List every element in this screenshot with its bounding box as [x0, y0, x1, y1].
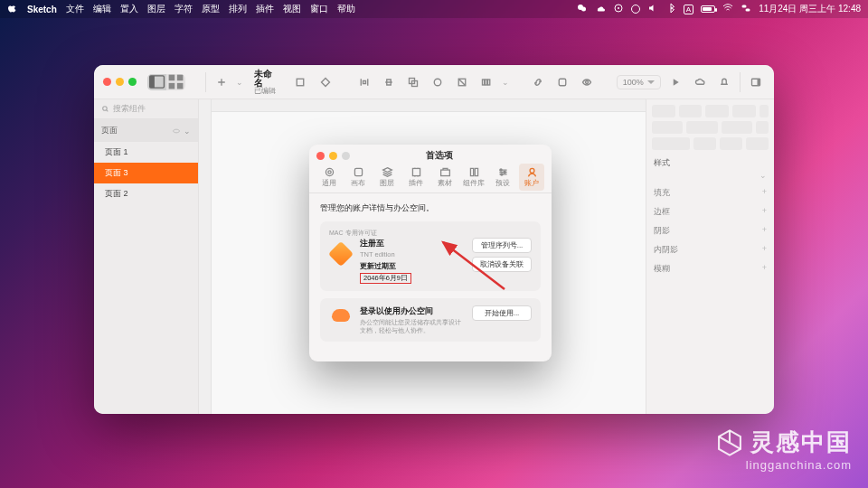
zoom-dropdown[interactable]: 100%	[617, 75, 661, 89]
coord-row[interactable]	[652, 121, 769, 134]
tb-distribute-icon[interactable]	[354, 72, 373, 92]
sidebar-group-head[interactable]: 页面 ⌄	[94, 119, 198, 142]
insp-blur[interactable]: 模糊+	[652, 259, 769, 278]
inspector-toggle-icon[interactable]	[746, 72, 765, 92]
insp-border[interactable]: 边框+	[652, 202, 769, 221]
prefs-heading: 管理您的账户详情与办公空间。	[320, 202, 541, 214]
search-icon	[101, 105, 109, 113]
status-battery-icon[interactable]	[701, 5, 715, 13]
transform-row[interactable]	[652, 137, 769, 150]
ruler-horizontal	[199, 99, 646, 112]
tb-notifications-icon[interactable]	[715, 72, 734, 92]
prefs-tab-plugins[interactable]: 插件	[403, 164, 429, 191]
sidebar-page-1[interactable]: 页面 1	[94, 142, 198, 163]
align-row[interactable]	[652, 105, 769, 117]
tb-preview-icon[interactable]	[578, 72, 597, 92]
renew-date: 2046年6月9日	[360, 273, 411, 284]
menu-layer[interactable]: 图层	[147, 3, 165, 15]
tb-mask-icon[interactable]	[428, 72, 447, 92]
svg-rect-17	[482, 80, 484, 85]
svg-point-24	[103, 107, 108, 111]
preferences-window: 首选项 通用 画布 图层 插件 素材 组件库 预设 账户 管理您的账户详情与办公…	[309, 145, 552, 361]
add-dropdown-icon[interactable]: ⌄	[236, 78, 243, 87]
workspace-start-button[interactable]: 开始使用...	[472, 305, 532, 321]
workspace-title: 登录以使用办公空间	[360, 305, 465, 317]
prefs-tab-general[interactable]: 通用	[316, 164, 342, 191]
menu-arrange[interactable]: 排列	[229, 3, 247, 15]
svg-point-21	[586, 80, 589, 83]
status-volume-icon[interactable]	[647, 3, 658, 15]
sidebar-toggle-segment[interactable]	[147, 74, 185, 90]
add-button[interactable]	[212, 72, 231, 92]
svg-rect-5	[746, 9, 750, 12]
svg-rect-28	[412, 168, 420, 175]
prefs-tab-canvas[interactable]: 画布	[345, 164, 371, 191]
ruler-vertical	[199, 99, 212, 414]
status-control-center-icon[interactable]	[741, 3, 751, 15]
sidebar-page-3[interactable]: 页面 3	[94, 163, 198, 183]
svg-rect-8	[169, 75, 175, 81]
menubar-app-name[interactable]: Sketch	[27, 5, 57, 14]
sidebar-search[interactable]: 搜索组件	[94, 99, 198, 119]
macos-menubar: Sketch 文件 编辑 置入 图层 字符 原型 排列 插件 视图 窗口 帮助 …	[0, 0, 868, 18]
prefs-tab-account[interactable]: 账户	[519, 164, 544, 191]
unlink-device-button[interactable]: 取消设备关联	[472, 257, 532, 272]
tb-hotspot-icon[interactable]	[553, 72, 572, 92]
menu-window[interactable]: 窗口	[310, 3, 328, 15]
license-card: MAC 专用许可证 注册至 TNT edition 更新过期至 2046年6月9…	[320, 221, 541, 291]
prefs-tab-layers[interactable]: 图层	[374, 164, 400, 191]
tb-boolean-icon[interactable]	[403, 72, 422, 92]
tb-cloud-icon[interactable]	[691, 72, 710, 92]
tb-artboard-icon[interactable]	[291, 72, 310, 92]
prefs-traffic-lights[interactable]	[316, 152, 350, 160]
tb-scale-icon[interactable]	[452, 72, 471, 92]
status-cloud-icon[interactable]	[595, 3, 606, 15]
menu-edit[interactable]: 编辑	[93, 3, 111, 15]
status-wechat-icon[interactable]	[577, 3, 588, 15]
svg-point-15	[434, 79, 441, 86]
tb-align-icon[interactable]	[379, 72, 398, 92]
status-target-icon[interactable]	[613, 3, 624, 15]
manage-serial-button[interactable]: 管理序列号...	[472, 238, 532, 253]
prefs-title: 首选项	[359, 149, 519, 162]
menu-file[interactable]: 文件	[66, 3, 84, 15]
svg-rect-4	[742, 5, 747, 8]
menu-insert[interactable]: 置入	[120, 3, 138, 15]
status-input-icon[interactable]: A	[684, 5, 693, 14]
sidebar-show-icon	[147, 74, 166, 90]
svg-point-1	[581, 7, 586, 12]
menu-view[interactable]: 视图	[283, 3, 301, 15]
prefs-tabs: 通用 画布 图层 插件 素材 组件库 预设 账户	[309, 162, 552, 193]
prefs-tab-presets[interactable]: 预设	[490, 164, 515, 191]
insp-shadow[interactable]: 阴影+	[652, 221, 769, 240]
sidebar-page-2[interactable]: 页面 2	[94, 183, 198, 204]
menu-text[interactable]: 字符	[175, 3, 193, 15]
tb-link-icon[interactable]	[529, 72, 548, 92]
tb-symbol-icon[interactable]	[316, 72, 335, 92]
grid-view-icon	[166, 74, 185, 90]
tb-layout-icon[interactable]	[476, 72, 495, 92]
renew-label: 更新过期至	[360, 262, 465, 271]
menu-help[interactable]: 帮助	[337, 3, 355, 15]
watermark: 灵感中国 lingganchina.com	[714, 427, 852, 472]
svg-point-32	[500, 174, 502, 175]
status-bluetooth-icon[interactable]	[665, 3, 676, 15]
insp-inner-shadow[interactable]: 内阴影+	[652, 240, 769, 259]
svg-point-33	[530, 168, 534, 173]
menu-prototype[interactable]: 原型	[202, 3, 220, 15]
window-traffic-lights[interactable]	[103, 78, 137, 86]
window-toolbar: ⌄ 未命名 已编辑 ⌄ 100%	[94, 65, 774, 99]
prefs-tab-libraries[interactable]: 组件库	[461, 164, 486, 191]
status-record-icon[interactable]	[631, 5, 640, 14]
prefs-tab-assets[interactable]: 素材	[432, 164, 458, 191]
inspector-panel: 样式 ⌄ 填充+ 边框+ 阴影+ 内阴影+ 模糊+	[646, 99, 774, 414]
apple-logo-icon[interactable]	[7, 3, 18, 15]
tb-play-icon[interactable]	[666, 72, 685, 92]
status-wifi-icon[interactable]	[722, 3, 733, 15]
menu-plugins[interactable]: 插件	[256, 3, 274, 15]
insp-fill[interactable]: 填充+	[652, 183, 769, 202]
menubar-clock[interactable]: 11月24日 周三上午 12:48	[759, 3, 861, 15]
sidebar: 搜索组件 页面 ⌄ 页面 1 页面 3 页面 2	[94, 99, 199, 414]
svg-rect-7	[150, 76, 155, 88]
svg-point-3	[618, 7, 619, 9]
